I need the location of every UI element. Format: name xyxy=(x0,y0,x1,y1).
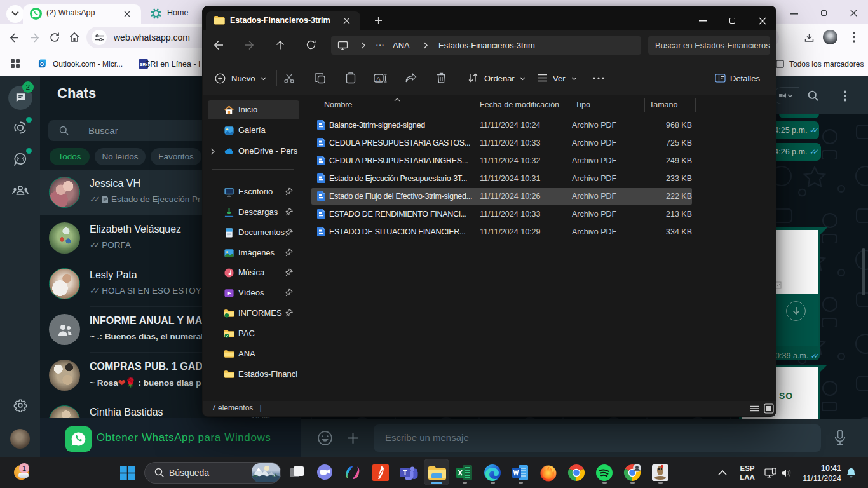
svg-text:A: A xyxy=(377,76,381,82)
